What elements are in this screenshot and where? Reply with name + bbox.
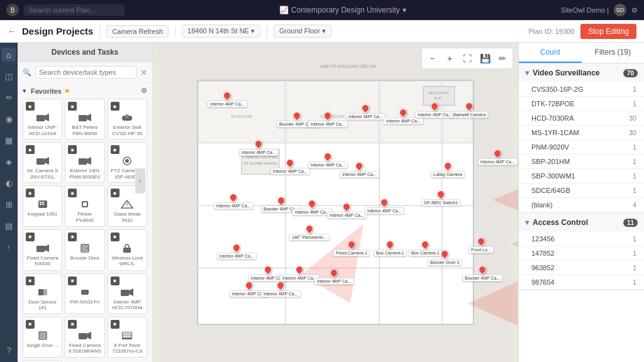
map-pin[interactable]: Front Lo... (469, 238, 494, 253)
save-button[interactable]: 💾 (477, 51, 492, 66)
map-pin[interactable]: Interior 4MP Ca... (261, 282, 301, 297)
filter-item[interactable]: HCD-7030RA 30 (519, 111, 644, 126)
map-pin[interactable]: Interior 4MP Ca... (217, 244, 257, 260)
filter-item[interactable]: 147852 1 (519, 246, 644, 261)
map-pin[interactable]: Interior 4MP Ca... (239, 140, 279, 156)
filter-item[interactable]: 987654 1 (519, 275, 644, 290)
filter-item[interactable]: 123456 1 (519, 232, 644, 246)
map-pin[interactable]: Box Camera 1 (374, 241, 407, 256)
sidebar-item-help[interactable]: ? (2, 343, 16, 357)
filter-item[interactable]: PNM-9020V 1 (519, 140, 644, 155)
filter-item[interactable]: CVS350-16P-2G 1 (519, 82, 644, 97)
filter-item[interactable]: MS-1YR-1CAM 30 (519, 126, 644, 140)
user-menu-icon[interactable]: ⚙ (631, 6, 638, 14)
map-pin[interactable]: Interior 4MP Ca... (340, 162, 379, 178)
pin-head (440, 249, 450, 260)
map-pin[interactable]: GF-IBR1 Switch1 (421, 190, 460, 206)
device-item[interactable]: ■ Exterior 1401 PNM-9030EV (65, 142, 104, 183)
filter-item-count: 1 (633, 235, 636, 243)
map-pin[interactable]: Interior 4MP Ca... (478, 150, 518, 165)
collapse-icon[interactable]: ▾ (23, 87, 26, 94)
sidebar-item-edit[interactable]: ✏ (2, 90, 16, 104)
map-pin[interactable]: Interior 4MP Ca... (327, 203, 367, 219)
fullscreen-button[interactable]: ⛶ (460, 51, 475, 66)
map-area[interactable]: INTERIOR CORRIDOR CAMERA LOCATED AT GUAR… (153, 43, 518, 362)
device-item[interactable]: ■ 8 Port Rack 723397ex-Cd (108, 317, 147, 358)
map-pin[interactable]: Interior 4MP Ca... (346, 104, 386, 120)
device-item[interactable]: ■ Single Door ... (23, 317, 62, 358)
map-pin[interactable]: Interior 4MP Ca... (365, 199, 404, 214)
map-pin[interactable]: 180° Panoramic... (289, 225, 330, 241)
map-pin[interactable]: Fixed Camera 1 (333, 241, 370, 256)
pin-head (420, 239, 431, 250)
map-pin[interactable]: Stairwell Camera (450, 102, 488, 118)
device-item[interactable]: ■ PIR-NX03 Fri (65, 273, 104, 314)
sidebar-item-grid[interactable]: ⊞ (2, 197, 16, 211)
map-pin[interactable]: Interior 4MP Ca... (308, 112, 348, 128)
zoom-in-button[interactable]: + (442, 51, 457, 66)
edit-button[interactable]: ✏ (495, 51, 510, 66)
map-pin[interactable]: Interior 4MP Ca... (208, 92, 247, 107)
chevron-down-icon[interactable]: ▾ (402, 6, 406, 14)
device-item[interactable]: ■ Interior UNP-HCD-v2434i (23, 99, 62, 140)
sidebar-item-stats[interactable]: ↑ (2, 240, 16, 254)
sidebar-item-devices[interactable]: ▦ (2, 133, 16, 147)
device-item[interactable]: ■ Flicker PV4042 (65, 185, 104, 226)
device-item[interactable]: ■ Door Sensor 181 (23, 273, 62, 314)
map-pin[interactable]: Boxxler Door 1 (428, 250, 462, 266)
filter-item[interactable]: DTK-72BPOE 1 (519, 97, 644, 111)
logo[interactable]: B (6, 4, 19, 16)
sidebar-item-book[interactable]: ▤ (2, 219, 16, 233)
filter-item[interactable]: (blank) 4 (519, 198, 644, 212)
sidebar-item-layers[interactable]: ◫ (2, 69, 16, 83)
address-button[interactable]: 18460 N 14th St NE ▾ (182, 25, 260, 38)
device-item[interactable]: ■ Fixed Camera 8 5181M0ANS (65, 317, 104, 358)
device-item[interactable]: ■ B&T Peters PAN-900W (65, 99, 104, 140)
filter-section-header[interactable]: ▾ Video Surveillance 70 (519, 63, 644, 82)
stop-editing-button[interactable]: Stop Editing (580, 24, 636, 39)
filter-item[interactable]: SBP-201HM 1 (519, 155, 644, 169)
map-pin[interactable]: Boxxler 4MP Ca... (462, 266, 502, 282)
page-title: Design Projects (22, 26, 93, 36)
map-pin[interactable]: Interior 4MP Ca... (214, 194, 253, 209)
filter-item-count: 1 (633, 250, 636, 257)
device-item[interactable]: ■ Int. Camera S JNV-8731L (23, 142, 62, 183)
favorites-settings-icon[interactable]: ⚙ (141, 87, 147, 95)
map-pin[interactable]: Interior 4MP Ca... (415, 102, 455, 118)
map-pin[interactable]: Interior 4MP Ca... (314, 269, 354, 285)
panel-expand-toggle[interactable]: › (135, 168, 145, 194)
device-item[interactable]: ■ Interior 4MP HCD-7070HA (108, 273, 147, 314)
zoom-out-button[interactable]: − (425, 51, 440, 66)
pin-label: Interior 4MP Ca... (308, 121, 348, 128)
clear-search-button[interactable]: ✕ (140, 68, 147, 77)
device-search-input[interactable] (35, 66, 136, 79)
map-pin[interactable]: Interior 4MP Ca... (280, 266, 319, 282)
pin-head (464, 101, 474, 112)
back-button[interactable]: ← (8, 26, 16, 36)
filter-item[interactable]: SDCE/64GB 1 (519, 184, 644, 198)
filter-section-header[interactable]: ▾ Access Control 11 (519, 213, 644, 232)
tab-filters[interactable]: Filters (19) (582, 43, 645, 63)
global-search-input[interactable] (24, 4, 125, 16)
device-item[interactable]: ■ Keypad 1061 (23, 185, 62, 226)
divider-3 (267, 25, 267, 38)
camera-icon (119, 287, 135, 298)
device-item[interactable]: ■ Fixed Camera NX830 (23, 229, 62, 271)
map-pin[interactable]: Interior 4MP Ca... (292, 200, 332, 216)
device-item[interactable]: ■ Boxxler Door (65, 229, 104, 271)
map-pin[interactable]: Lobby Camera (431, 162, 465, 178)
pin-label: Boxxler 4MP Ca... (462, 275, 502, 282)
device-item[interactable]: ■ Wireless Lock WRLS-RT4426 (108, 229, 147, 271)
camera-refresh-button[interactable]: Camera Refresh (106, 25, 169, 38)
filter-item[interactable]: 963852 1 (519, 261, 644, 275)
map-pin[interactable]: Interior 4MP Ca... (270, 159, 310, 175)
sidebar-item-tag[interactable]: ◈ (2, 155, 16, 168)
device-item[interactable]: ■ Exterior Swit CVSD-HP-35 (108, 99, 147, 140)
floor-button[interactable]: Ground Floor ▾ (274, 25, 331, 38)
sidebar-item-home[interactable]: ⌂ (2, 48, 16, 62)
tab-count[interactable]: Count (519, 43, 582, 63)
filter-item[interactable]: SBP-300WM1 1 (519, 169, 644, 184)
sidebar-item-shield[interactable]: ◐ (2, 176, 16, 190)
filter-item-count: 4 (633, 201, 636, 209)
sidebar-item-map[interactable]: ◉ (2, 112, 16, 126)
